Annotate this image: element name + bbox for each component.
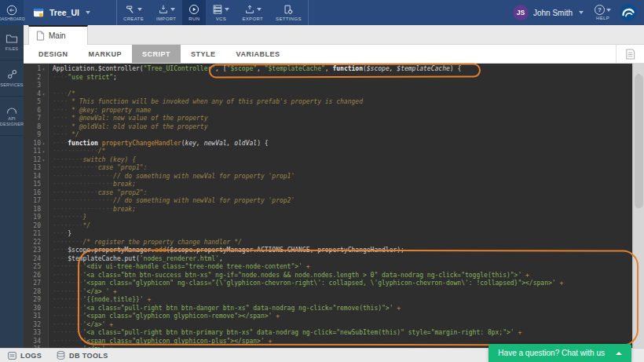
export-tray-icon (244, 4, 255, 15)
tab-script[interactable]: SCRIPT (132, 45, 181, 63)
code-line[interactable]: ····} (53, 230, 632, 239)
code-line[interactable]: ················// do something with new… (53, 197, 632, 206)
import-button[interactable]: IMPORT (150, 0, 182, 25)
tab-main-label: Main (49, 31, 66, 40)
gutter-row: 29 (24, 296, 48, 305)
run-play-icon (188, 4, 199, 15)
tab-variables[interactable]: VARIABLES (226, 45, 291, 63)
create-button[interactable]: CREATE (117, 0, 150, 25)
chat-with-us-button[interactable]: Have a question? Chat with us (488, 344, 631, 362)
gutter-row: 34 (24, 338, 48, 346)
help-label: HELP (596, 16, 609, 20)
code-line[interactable]: ········'{{node.title}}' + (53, 296, 632, 305)
code-line[interactable]: ····$templateCache.put('nodes_renderer.h… (53, 255, 632, 264)
vcs-button[interactable]: VCS (206, 0, 236, 25)
gutter-row: 10▾ (24, 140, 48, 148)
code-line[interactable]: ············/* (53, 148, 632, 156)
code-line[interactable]: ········'</a> ' + (53, 288, 632, 297)
fold-marker-icon[interactable]: ▾ (41, 156, 46, 165)
code-line[interactable]: ····$scope.propertyManager.add($scope.pr… (53, 247, 632, 255)
code-line[interactable]: ········'</a>' + (53, 321, 632, 330)
code-line[interactable]: ···· * @newVal: new value of the propert… (53, 115, 632, 123)
sidebar-item-files[interactable]: FILES (0, 25, 24, 60)
top-toolbar: DASHBOARD Tree_UI CREATE (0, 0, 644, 25)
gutter-row: 2 (24, 74, 48, 82)
chevron-down-icon (257, 8, 262, 11)
tab-design[interactable]: DESIGN (28, 45, 79, 63)
code-line[interactable]: ····"use strict"; (53, 74, 632, 82)
gutter-row: 21 (24, 230, 48, 239)
fold-marker-icon[interactable]: ▾ (41, 148, 46, 156)
avatar: JS (513, 5, 529, 20)
chevron-up-icon (616, 352, 622, 355)
tab-markup[interactable]: MARKUP (79, 45, 133, 63)
chevron-down-icon (137, 8, 142, 11)
tab-style[interactable]: STYLE (181, 45, 226, 63)
gutter-row: 7 (24, 115, 48, 123)
tab-main[interactable]: Main (28, 25, 88, 45)
code-line[interactable]: ············case "prop1": (53, 164, 632, 173)
dashboard-label: DASHBOARD (0, 16, 25, 21)
dashboard-button[interactable]: DASHBOARD (0, 0, 24, 25)
settings-button[interactable]: SETTINGS (269, 0, 308, 25)
code-line[interactable]: ····/* (53, 90, 632, 99)
code-line[interactable]: ················// do something with new… (53, 173, 632, 181)
help-menu[interactable]: ? HELP (590, 0, 616, 25)
db-tools-button[interactable]: DB TOOLS (56, 350, 108, 360)
dashboard-back-icon (6, 5, 17, 16)
sidebar-item-services[interactable]: SERVICES (0, 60, 24, 97)
format-code-button[interactable] (616, 45, 644, 63)
code-line[interactable]: ···· */ (53, 131, 632, 140)
code-line[interactable]: ····function propertyChangeHandler(key, … (53, 140, 632, 148)
code-line[interactable]: Application.$controller("Tree_UIControll… (53, 65, 632, 74)
code-line[interactable]: ········'<div ui-tree-handle class="tree… (53, 263, 632, 272)
fold-marker-icon[interactable]: ▾ (41, 140, 46, 148)
gutter-row: 22 (24, 239, 48, 247)
code-line[interactable]: ············case "prop2": (53, 189, 632, 198)
code-line[interactable]: ················break; (53, 206, 632, 214)
chevron-down-icon (225, 8, 229, 11)
run-button[interactable]: RUN (182, 0, 206, 25)
code-line[interactable]: ········'<a class="pull-right btn btn-da… (53, 305, 632, 313)
vcs-stack-icon (212, 4, 223, 15)
code-line[interactable] (53, 82, 632, 90)
gutter-row: 18 (24, 206, 48, 214)
fold-marker-icon[interactable]: ▾ (41, 65, 46, 74)
gutter-row: 4▾ (24, 90, 48, 99)
code-line[interactable]: ···· * @oldVal: old value of the propert… (53, 123, 632, 132)
code-line[interactable]: ········'<a class="btn btn-success btn-x… (53, 272, 632, 280)
code-line[interactable]: ················break; (53, 181, 632, 189)
code-editor[interactable]: 1▾234▾5678910▾11▾12▾13141516171819202122… (24, 64, 644, 348)
gutter-row: 20 (24, 222, 48, 231)
logs-button[interactable]: LOGS (7, 351, 42, 360)
user-menu[interactable]: JS John Smith (507, 0, 590, 25)
chevron-down-icon (170, 8, 175, 11)
code-line[interactable]: ···· * @key: property name (53, 107, 632, 115)
gutter: 1▾234▾5678910▾11▾12▾13141516171819202122… (24, 64, 49, 348)
editor-mode-tabs: DESIGN MARKUP SCRIPT STYLE VARIABLES (24, 45, 644, 64)
code-line[interactable]: ········'<span class="glyphicon glyphico… (53, 313, 632, 321)
editor-scrollbar[interactable] (632, 64, 644, 348)
gutter-row: 16 (24, 189, 48, 198)
gutter-row: 30 (24, 305, 48, 313)
fold-marker-icon[interactable]: ▾ (41, 90, 46, 99)
gutter-row: 12▾ (24, 156, 48, 165)
code-line[interactable]: ········/* register the property change … (53, 239, 632, 247)
import-tray-icon (158, 4, 169, 15)
scrollbar-thumb[interactable] (635, 75, 643, 208)
code-line[interactable]: ········'<span class="glyphicon" ng-clas… (53, 280, 632, 288)
export-button[interactable]: EXPORT (236, 0, 269, 25)
gutter-row: 3 (24, 82, 48, 90)
database-icon (56, 350, 66, 360)
sidebar-item-api-designer[interactable]: API DESIGNER (0, 97, 24, 136)
code-line[interactable]: ········'<a class="pull-right btn btn-pr… (53, 329, 632, 338)
gutter-row: 11▾ (24, 148, 48, 156)
code-line[interactable]: ···· * This function will be invoked whe… (53, 98, 632, 107)
settings-gear-icon (283, 4, 294, 15)
gutter-row: 25 (24, 263, 48, 272)
project-selector[interactable]: Tree_UI (24, 0, 116, 25)
code-line[interactable]: ········switch (key) { (53, 156, 632, 165)
code-lines[interactable]: Application.$controller("Tree_UIControll… (49, 64, 632, 348)
code-line[interactable]: ········} (53, 214, 632, 222)
code-line[interactable]: ········*/ (53, 222, 632, 231)
